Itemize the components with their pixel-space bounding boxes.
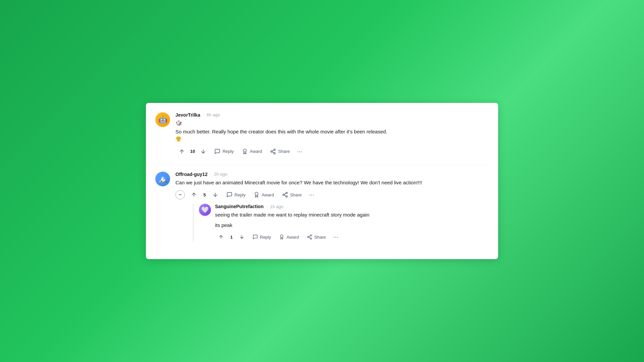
- minus-icon: −: [178, 192, 181, 197]
- upvote-btn-r1[interactable]: [215, 232, 227, 242]
- comment-2-header: Offroad-guy12 · 2h ago: [175, 172, 489, 177]
- timestamp-1: 6h ago: [207, 112, 220, 117]
- svg-line-5: [272, 150, 274, 151]
- comment-1-text: So much better. Really hope the creator …: [175, 128, 489, 143]
- more-btn-r1[interactable]: ···: [331, 233, 341, 241]
- reply-1-body: SanguinePutrefaction · 1h ago seeing the…: [215, 204, 489, 242]
- svg-line-17: [309, 236, 311, 237]
- share-icon-2: [282, 192, 288, 198]
- username-jevor: JevorTrilka: [175, 112, 200, 118]
- more-btn-1[interactable]: ···: [294, 147, 305, 156]
- reply-icon-r1: [253, 234, 258, 240]
- username-offroad: Offroad-guy12: [175, 172, 208, 177]
- share-icon-r1: [307, 234, 312, 240]
- svg-line-16: [309, 237, 311, 238]
- avatar-offroad: 🏔️: [155, 172, 170, 186]
- reply-icon-2: [226, 192, 232, 198]
- svg-line-4: [272, 152, 274, 153]
- reply-icon-1: [214, 148, 220, 155]
- comment-1-header: JevorTrilka · 6h ago: [175, 112, 489, 118]
- downvote-btn-r1[interactable]: [236, 232, 248, 242]
- username-sanguine: SanguinePutrefaction: [215, 204, 264, 209]
- comment-1-emoji: 🎲: [175, 120, 489, 126]
- downvote-icon-1: [200, 148, 206, 155]
- upvote-icon-1: [179, 148, 185, 155]
- comment-1: 🤖 JevorTrilka · 6h ago 🎲 So much better.…: [155, 112, 489, 157]
- svg-line-11: [284, 193, 286, 194]
- award-btn-1[interactable]: Award: [238, 146, 266, 157]
- more-btn-2[interactable]: ···: [307, 190, 317, 199]
- action-bar-2: − 5: [175, 190, 489, 200]
- upvote-btn-2[interactable]: [187, 190, 200, 200]
- award-btn-2[interactable]: Award: [250, 190, 277, 200]
- avatar-jevor: 🤖: [155, 112, 170, 127]
- share-icon-1: [270, 148, 276, 155]
- reply-1: 🤍 SanguinePutrefaction · 1h ago seeing t…: [199, 204, 489, 242]
- reply-1-text: seeing the trailer made me want to repla…: [215, 211, 489, 229]
- vote-group-1: 10: [175, 146, 210, 157]
- share-btn-1[interactable]: Share: [267, 146, 293, 157]
- vote-count-r1: 1: [229, 235, 234, 240]
- timestamp-2: 2h ago: [214, 172, 227, 177]
- upvote-btn-1[interactable]: [175, 146, 188, 157]
- downvote-btn-2[interactable]: [209, 190, 222, 200]
- comment-1-body: JevorTrilka · 6h ago 🎲 So much better. R…: [175, 112, 489, 157]
- timestamp-r1: 1h ago: [270, 204, 283, 209]
- award-btn-r1[interactable]: Award: [276, 232, 302, 242]
- vote-group-r1: 1: [215, 232, 248, 242]
- comment-2-text: Can we just have an animated Minecraft m…: [175, 179, 489, 187]
- share-btn-r1[interactable]: Share: [304, 232, 329, 242]
- text-emoji-1: 😤: [175, 136, 182, 142]
- dot-r1: ·: [266, 204, 267, 209]
- vote-group-2: 5: [187, 190, 222, 200]
- award-icon-2: [254, 192, 260, 198]
- divider-1: [155, 165, 489, 165]
- svg-line-10: [284, 195, 286, 196]
- comment-2: 🏔️ Offroad-guy12 · 2h ago Can we just ha…: [155, 172, 489, 242]
- vote-count-1: 10: [190, 149, 195, 154]
- upvote-icon-r1: [218, 234, 224, 240]
- avatar-sanguine: 🤍: [199, 204, 211, 216]
- share-btn-2[interactable]: Share: [279, 190, 305, 200]
- downvote-btn-1[interactable]: [197, 146, 210, 157]
- vote-count-2: 5: [202, 192, 207, 197]
- award-icon-r1: [279, 234, 284, 240]
- emoji-dice: 🎲: [175, 120, 182, 126]
- downvote-icon-2: [212, 192, 218, 198]
- award-icon-1: [242, 148, 248, 155]
- comment-2-body: Offroad-guy12 · 2h ago Can we just have …: [175, 172, 489, 242]
- dot-1: ·: [203, 113, 204, 117]
- action-bar-1: 10 Reply Aw: [175, 146, 489, 157]
- reply-btn-2[interactable]: Reply: [223, 190, 249, 200]
- dot-2: ·: [210, 172, 211, 177]
- upvote-icon-2: [191, 192, 197, 198]
- comments-card: 🤖 JevorTrilka · 6h ago 🎲 So much better.…: [146, 103, 498, 259]
- reply-1-header: SanguinePutrefaction · 1h ago: [215, 204, 489, 209]
- reply-btn-r1[interactable]: Reply: [249, 232, 274, 242]
- action-bar-r1: 1 Reply: [215, 232, 489, 242]
- downvote-icon-r1: [239, 234, 245, 240]
- collapse-btn-2[interactable]: −: [175, 190, 185, 199]
- reply-btn-1[interactable]: Reply: [211, 146, 237, 157]
- reply-thread-2: 🤍 SanguinePutrefaction · 1h ago seeing t…: [193, 204, 489, 242]
